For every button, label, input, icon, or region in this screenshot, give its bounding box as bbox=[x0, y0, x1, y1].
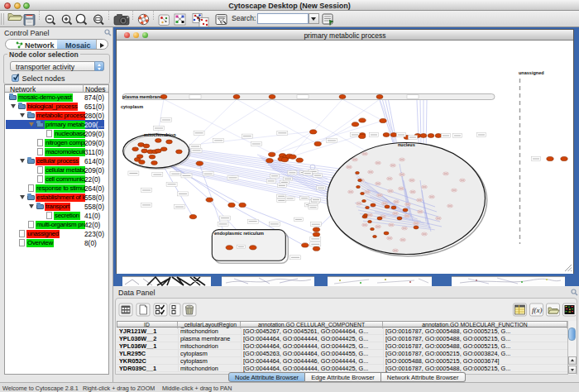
svg-text:unassigned: unassigned bbox=[519, 70, 544, 75]
svg-text:nucleus: nucleus bbox=[398, 141, 415, 146]
svg-text:cytoplasm: cytoplasm bbox=[121, 104, 143, 109]
svg-text:plasma membrane: plasma membrane bbox=[122, 93, 162, 98]
svg-text:f(x): f(x) bbox=[532, 306, 543, 314]
svg-text:endoplasmic reticulum: endoplasmic reticulum bbox=[214, 230, 264, 235]
svg-text:mitochondrion: mitochondrion bbox=[144, 132, 176, 137]
